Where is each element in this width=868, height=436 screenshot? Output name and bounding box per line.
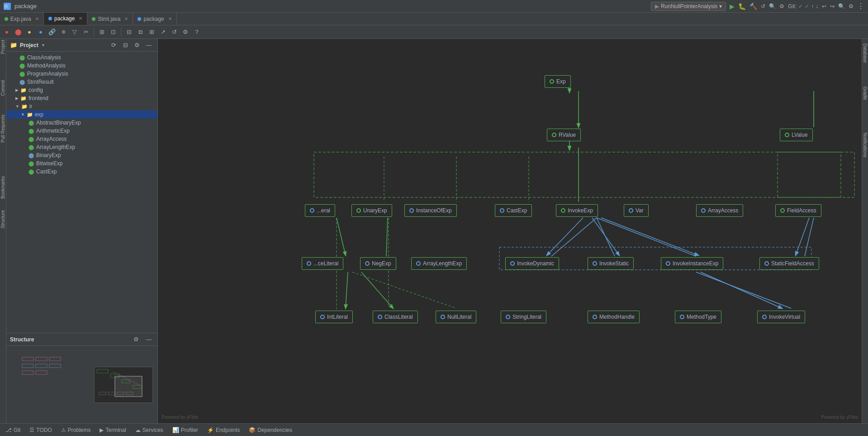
settings-icon[interactable]: ⚙ <box>131 335 141 345</box>
bottom-tab-dependencies[interactable]: 📦 Dependencies <box>247 426 294 434</box>
bottom-tab-todo[interactable]: ☰ TODO <box>28 426 53 434</box>
bottom-tab-git[interactable]: ⎇ Git <box>4 426 22 434</box>
sidebar-project-btn[interactable]: Project <box>0 41 6 53</box>
node-interface-literal[interactable]: ...ceLiteral <box>302 257 343 270</box>
reload-button[interactable]: ↺ <box>761 3 765 10</box>
tree-item-ir[interactable]: ▼ 📁 ir <box>6 102 157 110</box>
bottom-tab-profiler[interactable]: 📊 Profiler <box>171 426 200 434</box>
git-push[interactable]: ↑ <box>811 3 814 10</box>
tree-item-exp[interactable]: ▼ 📁 exp <box>6 110 157 119</box>
tree-item-binary-exp[interactable]: ⬤ BinaryExp <box>6 151 157 159</box>
cut-icon[interactable]: ✂ <box>81 27 91 37</box>
node-literal[interactable]: ...eral <box>305 204 335 217</box>
tab-close[interactable]: ✕ <box>124 16 128 21</box>
sidebar-database-btn[interactable]: Database <box>862 41 868 66</box>
refresh-icon[interactable]: ↺ <box>169 27 179 37</box>
redo-button[interactable]: ↪ <box>830 3 835 10</box>
node-var[interactable]: Var <box>624 204 649 217</box>
node-rvalue[interactable]: RValue <box>547 129 581 141</box>
sidebar-structure-btn[interactable]: Structure <box>0 213 6 225</box>
settings-icon[interactable]: ⚙ <box>132 40 142 50</box>
hide-structure-icon[interactable]: — <box>144 335 154 345</box>
node-invoke-dynamic[interactable]: InvokeDynamic <box>505 257 559 270</box>
settings2-icon[interactable]: ⚙ <box>180 27 190 37</box>
tree-item-array-access[interactable]: ⬤ ArrayAccess <box>6 135 157 143</box>
tab-close[interactable]: ✕ <box>35 16 39 21</box>
node-class-literal[interactable]: ClassLiteral <box>373 311 418 323</box>
run-button[interactable]: ▶ <box>730 3 735 10</box>
tree-item-array-length-exp[interactable]: ⬤ ArrayLengthExp <box>6 143 157 151</box>
tree-item-abstract-binary-exp[interactable]: ⬤ AbstractBinaryExp <box>6 119 157 127</box>
tree-item-bitwise-exp[interactable]: ⬤ BitwiseExp <box>6 159 157 168</box>
node-array-access[interactable]: ArrayAccess <box>696 204 743 217</box>
node-field-access[interactable]: FieldAccess <box>775 204 821 217</box>
node-invoke-virtual[interactable]: InvokeVirtual <box>757 311 805 323</box>
search-everywhere-button[interactable]: 🔍 <box>838 3 845 10</box>
node-method-handle[interactable]: MethodHandle <box>588 311 640 323</box>
copy-icon[interactable]: ⧉ <box>135 27 145 37</box>
tree-item-class-analysis[interactable]: ⬤ ClassAnalysis <box>6 53 157 62</box>
sidebar-pull-requests-btn[interactable]: Pull Requests <box>0 122 6 135</box>
export-icon[interactable]: ↗ <box>158 27 168 37</box>
tree-item-method-analysis[interactable]: ⬤ MethodAnalysis <box>6 62 157 70</box>
tab-package-1[interactable]: package ✕ <box>44 13 87 25</box>
sync-icon[interactable]: ⟳ <box>109 40 119 50</box>
tree-item-arithmetic-exp[interactable]: ⬤ ArithmeticExp <box>6 127 157 135</box>
tab-stmt-java[interactable]: Stmt.java ✕ <box>87 13 133 25</box>
node-cast-exp[interactable]: CastExp <box>495 204 532 217</box>
node-neg-exp[interactable]: NegExp <box>360 257 396 270</box>
tree-item-cast-exp[interactable]: ⬤ CastExp <box>6 168 157 176</box>
tab-package-2[interactable]: package ✕ <box>133 13 176 25</box>
node-int-literal[interactable]: IntLiteral <box>315 311 353 323</box>
warning-icon[interactable]: ● <box>24 27 34 37</box>
run-config-selector[interactable]: ▶ RunNullPointerAnalysis ▾ <box>651 2 726 11</box>
node-exp[interactable]: Exp <box>545 75 571 88</box>
build-button[interactable]: 🔨 <box>749 3 757 10</box>
node-method-type[interactable]: MethodType <box>675 311 721 323</box>
tree-item-program-analysis[interactable]: ⬤ ProgramAnalysis <box>6 70 157 78</box>
stop-icon[interactable]: ⬤ <box>13 27 23 37</box>
node-instanceof-exp[interactable]: InstanceOfExp <box>404 204 457 217</box>
debug-button[interactable]: 🐛 <box>738 3 746 10</box>
info-icon[interactable]: ● <box>36 27 46 37</box>
git-pull[interactable]: ↓ <box>816 3 818 10</box>
expand-icon[interactable]: ⊡ <box>108 27 118 37</box>
node-string-literal[interactable]: StringLiteral <box>501 311 546 323</box>
link-icon[interactable]: 🔗 <box>47 27 57 37</box>
more-options-button[interactable]: ⋮ <box>857 2 864 10</box>
sidebar-notifications-btn[interactable]: Notifications <box>862 130 868 160</box>
bottom-tab-endpoints[interactable]: ⚡ Endpoints <box>205 426 242 434</box>
undo-button[interactable]: ↩ <box>822 3 826 10</box>
hide-icon[interactable]: — <box>144 40 154 50</box>
collapse-all-icon[interactable]: ⊟ <box>120 40 130 50</box>
node-lvalue[interactable]: LValue <box>780 129 813 141</box>
node-invoke-static[interactable]: InvokeStatic <box>588 257 634 270</box>
node-array-length-exp[interactable]: ArrayLengthExp <box>411 257 467 270</box>
bottom-tab-problems[interactable]: ⚠ Problems <box>59 426 93 434</box>
node-unary-exp[interactable]: UnaryExp <box>351 204 392 217</box>
tree-item-frontend[interactable]: ▶ 📁 frontend <box>6 94 157 102</box>
node-invoke-exp[interactable]: InvokeExp <box>556 204 598 217</box>
sidebar-commit-btn[interactable]: Commit <box>0 81 6 94</box>
tree-item-config[interactable]: ▶ 📁 config <box>6 86 157 94</box>
cut2-icon[interactable]: ⊟ <box>124 27 134 37</box>
tab-close[interactable]: ✕ <box>79 16 82 21</box>
bottom-tab-terminal[interactable]: ▶ Terminal <box>98 426 128 434</box>
error-icon[interactable]: ● <box>2 27 12 37</box>
bottom-tab-services[interactable]: ☁ Services <box>133 426 165 434</box>
zoom-in-icon[interactable]: ⊕ <box>58 27 68 37</box>
layout-icon[interactable]: ⊞ <box>97 27 107 37</box>
node-static-field-access[interactable]: StaticFieldAccess <box>759 257 819 270</box>
sidebar-gradle-btn[interactable]: Gradle <box>862 84 868 103</box>
tree-item-stmt-result[interactable]: ⬤ StmtResult <box>6 78 157 86</box>
sidebar-bookmarks-btn[interactable]: Bookmarks <box>0 181 6 194</box>
settings-gear[interactable]: ⚙ <box>849 3 854 10</box>
filter-icon[interactable]: ▽ <box>70 27 80 37</box>
node-invoke-instance-exp[interactable]: InvokeInstanceExp <box>661 257 723 270</box>
duplicate-icon[interactable]: ⊞ <box>147 27 157 37</box>
search-button-title[interactable]: 🔍 <box>769 3 776 10</box>
node-null-literal[interactable]: NullLiteral <box>436 311 476 323</box>
tab-exp-java[interactable]: Exp.java ✕ <box>0 13 44 25</box>
diagram-area[interactable]: Exp RValue LValue ...eral UnaryExp <box>158 39 862 423</box>
tab-close[interactable]: ✕ <box>168 16 172 21</box>
